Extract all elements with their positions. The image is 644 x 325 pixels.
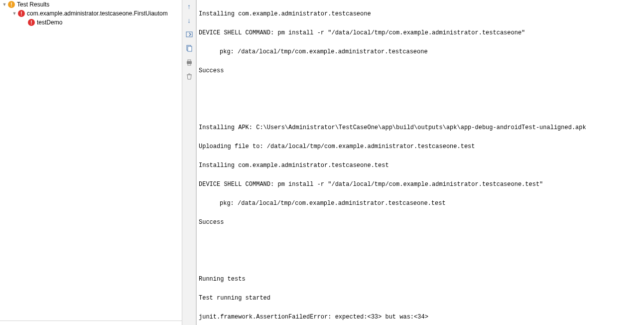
console-line: Installing APK: C:\Users\Administrator\T… — [199, 123, 642, 133]
toolbar-strip: ↑ ↓ — [182, 0, 196, 325]
tree-row-test[interactable]: ! testDemo — [0, 18, 182, 27]
console-line: Installing com.example.administrator.tes… — [199, 161, 642, 170]
tree-row-root[interactable]: ▼ ! Test Results — [0, 0, 182, 9]
svg-rect-5 — [188, 64, 191, 65]
console-output: Installing com.example.administrator.tes… — [196, 0, 644, 325]
console-line: pkg: /data/local/tmp/com.example.adminis… — [199, 47, 642, 57]
tree-label-root: Test Results — [17, 1, 49, 8]
console-line: Uploading file to: /data/local/tmp/com.e… — [199, 142, 642, 152]
warning-icon: ! — [8, 1, 15, 8]
export-button[interactable] — [184, 29, 195, 40]
svg-rect-0 — [186, 32, 192, 37]
console-line: Installing com.example.administrator.tes… — [199, 9, 642, 19]
console-line: Running tests — [199, 275, 642, 284]
arrow-down-icon[interactable]: ▼ — [12, 11, 17, 16]
test-tree-panel: ▼ ! Test Results ▼ ! com.example.adminis… — [0, 0, 182, 325]
prev-failure-button[interactable]: ↑ — [184, 1, 195, 12]
tree-label-test: testDemo — [37, 19, 62, 26]
console-line: Success — [199, 218, 642, 227]
console-line: pkg: /data/local/tmp/com.example.adminis… — [199, 199, 642, 208]
console-line: junit.framework.AssertionFailedError: ex… — [199, 313, 642, 322]
svg-rect-2 — [188, 46, 192, 51]
console-line: DEVICE SHELL COMMAND: pm install -r "/da… — [199, 28, 642, 38]
print-button[interactable] — [184, 57, 195, 68]
arrow-down-icon[interactable]: ▼ — [2, 2, 7, 7]
tree-label-class: com.example.administrator.testcaseone.Fi… — [27, 10, 168, 17]
console-line: DEVICE SHELL COMMAND: pm install -r "/da… — [199, 180, 642, 189]
svg-rect-3 — [187, 61, 192, 64]
error-icon: ! — [28, 19, 35, 26]
tree-row-class[interactable]: ▼ ! com.example.administrator.testcaseon… — [0, 9, 182, 18]
next-failure-button[interactable]: ↓ — [184, 15, 195, 26]
svg-rect-4 — [188, 60, 191, 61]
error-icon: ! — [18, 10, 25, 17]
trash-button[interactable] — [184, 71, 195, 82]
copy-button[interactable] — [184, 43, 195, 54]
console-line: Test running started — [199, 294, 642, 303]
console-line: Success — [199, 66, 642, 76]
